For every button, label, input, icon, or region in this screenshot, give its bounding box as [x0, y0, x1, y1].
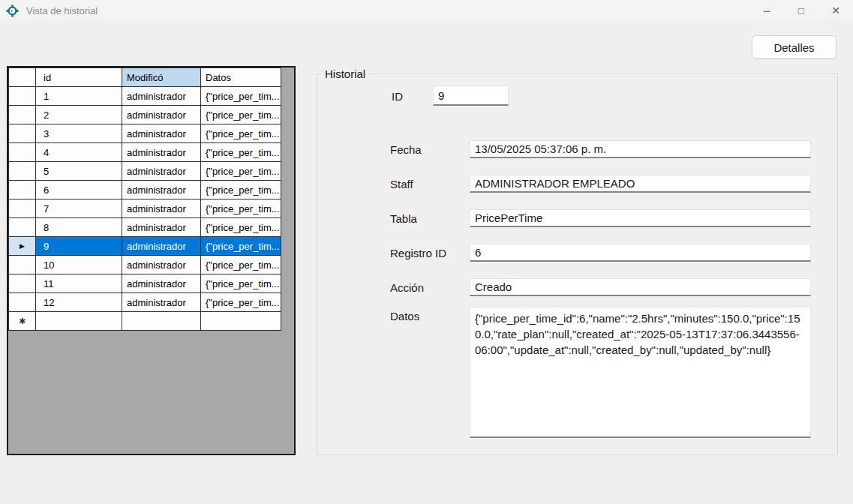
- row-header-cell[interactable]: [9, 124, 36, 143]
- row-header-cell[interactable]: [9, 143, 36, 162]
- row-header-cell[interactable]: [9, 200, 36, 218]
- new-row-marker-icon[interactable]: ✱: [9, 312, 36, 331]
- corner-header-cell[interactable]: [9, 68, 36, 87]
- tabla-label: Tabla: [390, 212, 417, 225]
- column-header-datos[interactable]: Datos: [201, 68, 281, 87]
- history-grid[interactable]: id Modificó Datos 1administrador{"price_…: [7, 66, 296, 455]
- grid-rows: 1administrador{"price_per_tim...2adminis…: [9, 87, 281, 331]
- app-window: Vista de historial ─ □ ✕ Detalles id Mod…: [0, 0, 853, 504]
- row-header-cell[interactable]: [9, 106, 36, 124]
- cell-datos[interactable]: {"price_per_tim...: [201, 181, 281, 200]
- app-icon: [6, 4, 19, 17]
- cell-id[interactable]: 2: [36, 106, 122, 124]
- history-table: id Modificó Datos 1administrador{"price_…: [8, 68, 281, 331]
- cell-modifico[interactable]: administrador: [122, 143, 201, 162]
- cell-id[interactable]: 7: [36, 200, 122, 218]
- row-header-cell[interactable]: [9, 87, 36, 106]
- table-row[interactable]: 6administrador{"price_per_tim...: [9, 181, 281, 200]
- table-row[interactable]: 7administrador{"price_per_tim...: [9, 200, 281, 218]
- cell-datos[interactable]: {"price_per_tim...: [201, 124, 281, 143]
- table-row[interactable]: 11administrador{"price_per_tim...: [9, 274, 281, 293]
- row-header-cell[interactable]: [9, 218, 36, 237]
- cell-datos[interactable]: {"price_per_tim...: [201, 87, 281, 106]
- accion-field[interactable]: [470, 278, 811, 296]
- table-row[interactable]: 10administrador{"price_per_tim...: [9, 256, 281, 274]
- new-row[interactable]: ✱: [9, 312, 281, 331]
- cell-id[interactable]: 12: [36, 293, 122, 312]
- cell-datos[interactable]: [201, 312, 281, 331]
- row-header-cell[interactable]: [9, 256, 36, 274]
- cell-id[interactable]: 11: [36, 274, 122, 293]
- fecha-field[interactable]: [470, 140, 811, 158]
- registro-id-label: Registro ID: [390, 247, 446, 260]
- table-row[interactable]: 1administrador{"price_per_tim...: [9, 87, 281, 106]
- registro-id-field[interactable]: [470, 244, 811, 262]
- cell-modifico[interactable]: administrador: [122, 87, 201, 106]
- cell-modifico[interactable]: administrador: [122, 181, 201, 200]
- maximize-icon[interactable]: □: [784, 0, 818, 21]
- cell-datos[interactable]: {"price_per_tim...: [201, 200, 281, 218]
- table-row[interactable]: 3administrador{"price_per_tim...: [9, 124, 281, 143]
- row-header-cell[interactable]: [9, 293, 36, 312]
- cell-modifico[interactable]: administrador: [122, 106, 201, 124]
- cell-id[interactable]: 10: [36, 256, 122, 274]
- cell-datos[interactable]: {"price_per_tim...: [201, 106, 281, 124]
- window-title: Vista de historial: [26, 5, 98, 16]
- cell-datos[interactable]: {"price_per_tim...: [201, 274, 281, 293]
- cell-datos[interactable]: {"price_per_tim...: [201, 162, 281, 181]
- cell-id[interactable]: 8: [36, 218, 122, 237]
- cell-datos[interactable]: {"price_per_tim...: [201, 237, 281, 256]
- cell-modifico[interactable]: administrador: [122, 274, 201, 293]
- window-controls: ─ □ ✕: [749, 0, 853, 21]
- cell-modifico[interactable]: administrador: [122, 218, 201, 237]
- cell-modifico[interactable]: administrador: [122, 256, 201, 274]
- table-row[interactable]: 4administrador{"price_per_tim...: [9, 143, 281, 162]
- header-row: id Modificó Datos: [9, 68, 281, 87]
- id-label: ID: [392, 90, 403, 103]
- cell-id[interactable]: [36, 312, 122, 331]
- table-row[interactable]: ▶9administrador{"price_per_tim...: [9, 237, 281, 256]
- cell-datos[interactable]: {"price_per_tim...: [201, 143, 281, 162]
- table-row[interactable]: 5administrador{"price_per_tim...: [9, 162, 281, 181]
- cell-id[interactable]: 3: [36, 124, 122, 143]
- table-row[interactable]: 8administrador{"price_per_tim...: [9, 218, 281, 237]
- cell-id[interactable]: 4: [36, 143, 122, 162]
- datos-field[interactable]: {"price_per_time_id":6,"name":"2.5hrs","…: [470, 307, 811, 438]
- row-header-cell[interactable]: [9, 181, 36, 200]
- staff-label: Staff: [390, 178, 413, 190]
- tabla-field[interactable]: [470, 209, 811, 227]
- cell-id[interactable]: 5: [36, 162, 122, 181]
- table-row[interactable]: 2administrador{"price_per_tim...: [9, 106, 281, 124]
- cell-modifico[interactable]: administrador: [122, 200, 201, 218]
- cell-datos[interactable]: {"price_per_tim...: [201, 293, 281, 312]
- historial-groupbox-label: Historial: [321, 68, 369, 80]
- staff-field[interactable]: [470, 175, 811, 193]
- cell-modifico[interactable]: administrador: [122, 124, 201, 143]
- cell-modifico[interactable]: administrador: [122, 162, 201, 181]
- table-row[interactable]: 12administrador{"price_per_tim...: [9, 293, 281, 312]
- cell-id[interactable]: 9: [36, 237, 122, 256]
- cell-modifico[interactable]: administrador: [122, 237, 201, 256]
- row-header-cell[interactable]: [9, 162, 36, 181]
- cell-modifico[interactable]: [122, 312, 201, 331]
- cell-datos[interactable]: {"price_per_tim...: [201, 256, 281, 274]
- cell-id[interactable]: 6: [36, 181, 122, 200]
- datos-label: Datos: [390, 310, 419, 322]
- cell-datos[interactable]: {"price_per_tim...: [201, 218, 281, 237]
- title-bar: Vista de historial ─ □ ✕: [0, 0, 853, 21]
- column-header-id[interactable]: id: [36, 68, 122, 87]
- detalles-button[interactable]: Detalles: [752, 35, 836, 59]
- id-field[interactable]: [433, 86, 509, 106]
- cell-modifico[interactable]: administrador: [122, 293, 201, 312]
- row-header-cell[interactable]: [9, 274, 36, 293]
- column-header-modifico[interactable]: Modificó: [122, 68, 201, 87]
- fecha-label: Fecha: [390, 143, 422, 156]
- cell-id[interactable]: 1: [36, 87, 122, 106]
- minimize-icon[interactable]: ─: [749, 0, 784, 21]
- accion-label: Acción: [390, 281, 424, 294]
- current-row-indicator[interactable]: ▶: [9, 237, 36, 256]
- close-icon[interactable]: ✕: [818, 0, 853, 21]
